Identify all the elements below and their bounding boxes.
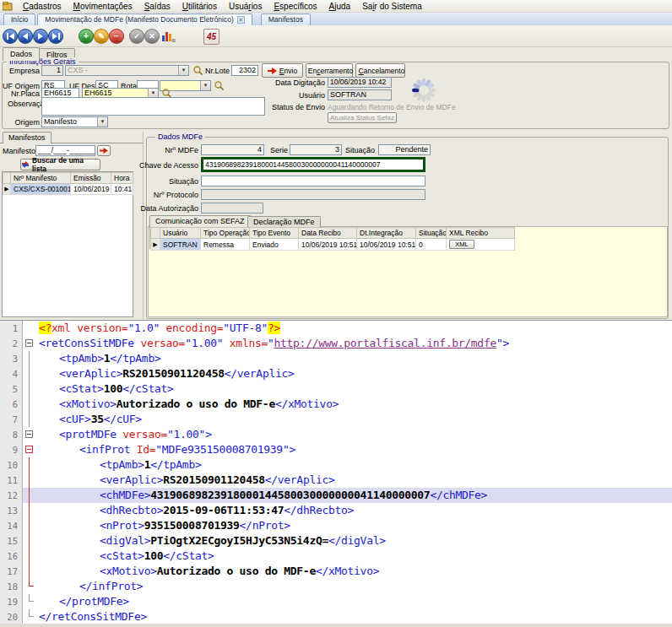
delete-button[interactable]: − <box>109 29 124 44</box>
nrlote-field[interactable]: 2302 <box>231 65 258 76</box>
tab-declaracao-mdfe[interactable]: Declaração MDFe <box>247 216 321 227</box>
menu-item-cadastros[interactable]: Cadastros <box>17 2 68 11</box>
menu-item-específicos[interactable]: Específicos <box>268 2 322 11</box>
gear-icon: ⚙ <box>171 38 176 43</box>
fold-collapse-icon[interactable] <box>25 430 33 438</box>
fold-margin[interactable] <box>23 518 37 533</box>
column-header[interactable]: Data Recibo <box>299 228 357 239</box>
menu-item-movimentações[interactable]: Movimentações <box>68 2 138 11</box>
menu-item-ajuda[interactable]: Ajuda <box>323 2 357 11</box>
plus-icon: + <box>84 32 89 41</box>
menu-item-utilitários[interactable]: Utilitários <box>176 2 223 11</box>
column-header[interactable]: Nrº Manifesto <box>11 173 71 184</box>
menu-item-usuários[interactable]: Usuários <box>223 2 268 11</box>
observacao-textarea[interactable] <box>41 97 265 116</box>
empresa-search-icon[interactable] <box>192 65 203 76</box>
usuario-label: Usuário <box>257 91 325 100</box>
situacao2-field <box>201 176 425 186</box>
fold-margin[interactable] <box>23 488 37 503</box>
column-header[interactable]: Tipo Operação <box>201 228 250 239</box>
column-header[interactable]: Emissão <box>71 173 111 184</box>
fold-margin[interactable] <box>23 427 37 442</box>
column-header[interactable]: Situação <box>416 228 447 239</box>
fold-margin[interactable] <box>23 321 37 336</box>
panel-splitter[interactable] <box>143 132 144 319</box>
column-header[interactable]: Hora <box>111 173 133 184</box>
fold-collapse-icon[interactable] <box>25 339 33 347</box>
column-header[interactable]: Dt.Integração <box>357 228 416 239</box>
fold-margin[interactable] <box>23 579 37 594</box>
chart-button[interactable]: ⚙ <box>162 30 176 43</box>
cancel-button[interactable]: ✕ <box>144 29 160 44</box>
fold-margin[interactable] <box>23 412 37 427</box>
confirm-button[interactable]: ✓ <box>129 29 144 44</box>
fold-margin[interactable] <box>23 549 37 564</box>
chevron-down-icon[interactable]: ▼ <box>178 66 188 75</box>
empresa-combo[interactable]: CXS - ▼ <box>65 65 189 76</box>
chevron-down-icon[interactable]: ▼ <box>200 81 210 90</box>
nav-prev-button[interactable] <box>18 29 33 44</box>
fold-margin[interactable] <box>23 442 37 457</box>
pencil-icon: ✎ <box>98 33 105 41</box>
fold-margin[interactable] <box>23 336 37 351</box>
envio-button[interactable]: Envio <box>262 63 303 78</box>
fold-margin[interactable] <box>23 503 37 518</box>
bottom-scrollbar[interactable] <box>0 624 672 627</box>
xml-line-8: 8<protMDFe versao="1.00"> <box>0 427 672 442</box>
fold-margin[interactable] <box>23 366 37 381</box>
tab-dados[interactable]: Dados <box>3 47 40 61</box>
send-arrow-icon <box>100 147 108 154</box>
table-cell: CXS/CXS-0010010 <box>11 184 71 195</box>
table-row[interactable]: ▶SOFTRANRemessaEnviado10/06/2019 10:51:2… <box>151 239 515 251</box>
encerramento-button[interactable]: Encerramento <box>306 63 353 78</box>
doc-tab-incio[interactable]: Início <box>3 14 35 25</box>
chave-acesso-field[interactable]: 4319068982391800014458003000000004114000… <box>201 157 425 172</box>
tab-comunicacao-sefaz[interactable]: Comunicação com SEFAZ <box>149 215 251 227</box>
fold-margin[interactable] <box>23 397 37 412</box>
menu-bar: CadastrosMovimentaçõesSaídasUtilitáriosU… <box>0 0 672 13</box>
fold-margin[interactable] <box>23 381 37 397</box>
edit-button[interactable]: ✎ <box>94 29 109 44</box>
nrlote-label: Nr.Lote <box>205 67 230 75</box>
doc-tab-movimentao[interactable]: Movimentação de MDFe (Manifesto Document… <box>37 14 252 25</box>
nav-first-button[interactable] <box>3 29 18 44</box>
menu-item-sair-do-sistema[interactable]: Sair do Sistema <box>356 2 428 11</box>
xml-source-viewer[interactable]: 1<?xml version="1.0" encoding="UTF-8"?>2… <box>0 320 672 627</box>
close-icon[interactable]: ✕ <box>237 16 245 24</box>
fold-margin[interactable] <box>23 564 37 579</box>
manifesto-go-button[interactable] <box>97 145 111 156</box>
chevron-down-icon[interactable]: ▼ <box>97 117 107 127</box>
origem-combo[interactable]: Manifesto▼ <box>41 116 108 127</box>
rota-search-icon[interactable] <box>214 80 225 91</box>
column-header[interactable]: Usuário <box>160 228 201 239</box>
fold-margin[interactable] <box>23 609 37 624</box>
xml-recibo-button[interactable]: XML <box>449 240 474 249</box>
status-envio-label: Status de Envio <box>257 103 325 111</box>
xml-line-2: 2<retConsSitMDFe versao="1.00" xmlns="ht… <box>0 336 672 351</box>
fold-margin[interactable] <box>23 351 37 366</box>
xml-line-3: 3<tpAmb>1</tpAmb> <box>0 351 672 366</box>
fold-margin[interactable] <box>23 457 37 473</box>
column-header[interactable]: XML Recibo <box>447 228 515 239</box>
column-header[interactable]: Tipo Evento <box>250 228 299 239</box>
manifesto-mask-input[interactable]: ___/___-______ <box>35 145 95 156</box>
doc-tab-manifestos[interactable]: Manifestos <box>261 14 311 25</box>
fold-collapse-icon[interactable] <box>25 446 33 453</box>
empresa-number-field[interactable]: 1 <box>41 65 63 76</box>
nav-last-button[interactable] <box>48 29 63 44</box>
xml-line-13: 13<dhRecbto>2015-09-06T11:53:47</dhRecbt… <box>0 503 672 518</box>
menu-item-saídas[interactable]: Saídas <box>138 2 176 11</box>
nrmdfe-label: Nrº MDFe <box>152 146 198 154</box>
sefaz-45-button[interactable]: 45 <box>203 29 219 45</box>
buscar-lista-button[interactable]: Buscar de uma lista <box>20 159 100 170</box>
manifestos-panel-tab[interactable]: Manifestos <box>3 132 51 143</box>
xml-line-16: 16<cStat>100</cStat> <box>0 549 672 564</box>
fold-margin[interactable] <box>23 594 37 609</box>
fold-margin[interactable] <box>23 473 37 488</box>
atualiza-status-sefaz-button[interactable]: Atualiza Status Sefaz <box>328 112 397 123</box>
add-button[interactable]: + <box>79 29 94 44</box>
fold-margin[interactable] <box>23 533 37 549</box>
nav-next-button[interactable] <box>33 29 48 44</box>
cancelamento-button[interactable]: Cancelamento <box>355 63 405 78</box>
table-row[interactable]: ▶CXS/CXS-001001010/06/201910:41 <box>3 184 133 195</box>
